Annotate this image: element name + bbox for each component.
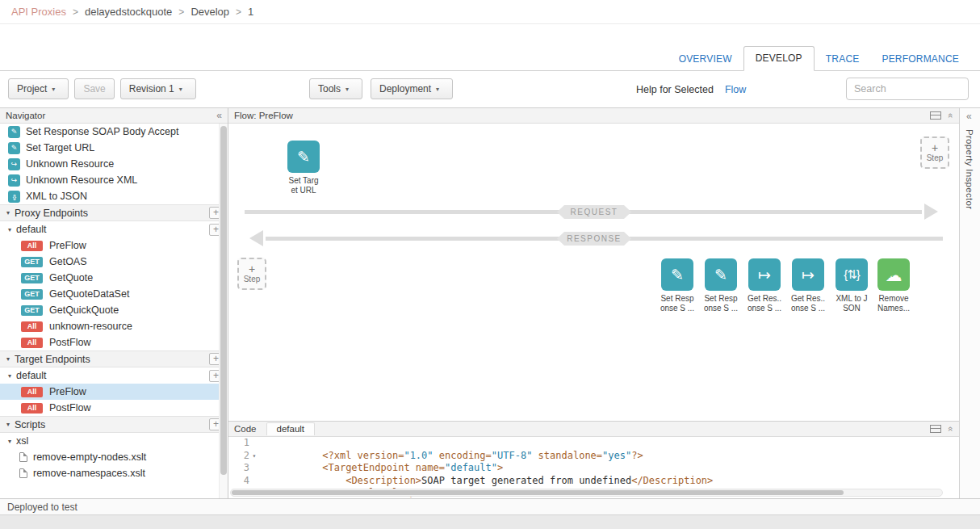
proxy-flow-getquotedataset[interactable]: GET GetQuoteDataSet: [0, 286, 228, 302]
section-title: Scripts: [15, 419, 45, 430]
proxy-flow-preflow[interactable]: All PreFlow: [0, 237, 228, 254]
breadcrumb-item-revision: 1: [248, 6, 253, 18]
flow-step-set-response-2[interactable]: ✎ Set Resp onse S ...: [698, 258, 743, 313]
save-label: Save: [83, 83, 105, 94]
tab-performance[interactable]: PERFORMANCE: [870, 48, 970, 71]
add-step-request-button[interactable]: + Step: [920, 136, 949, 169]
proxy-flow-unknown-resource[interactable]: All unknown-resource: [0, 318, 228, 334]
caret-down-icon: ▾: [6, 209, 10, 216]
code-tab-default[interactable]: default: [266, 422, 316, 435]
add-step-response-button[interactable]: + Step: [237, 258, 266, 290]
policy-item-unknown-resource[interactable]: ↪ Unknown Resource: [0, 156, 228, 172]
response-label-badge: RESPONSE: [557, 232, 631, 246]
response-arrow-icon: [249, 230, 263, 246]
add-step-label: Step: [927, 153, 944, 162]
target-endpoint-default[interactable]: ▾ default +: [0, 367, 228, 384]
flow-label: GetOAS: [49, 256, 87, 267]
tools-menu-button[interactable]: Tools ▾: [309, 78, 362, 99]
caret-down-icon: ▾: [8, 226, 11, 233]
breadcrumb-separator: >: [73, 6, 78, 18]
fold-toggle-icon[interactable]: ▾: [249, 450, 259, 463]
verb-badge-get: GET: [21, 257, 43, 267]
flow-step-xml-to-json[interactable]: {⇅} XML to J SON: [829, 258, 874, 313]
flow-label: GetQuickQuote: [49, 304, 119, 316]
line-number: 3: [228, 462, 249, 475]
main-tabs: OVERVIEW DEVELOP TRACE PERFORMANCE: [668, 46, 970, 71]
section-proxy-endpoints[interactable]: ▾ Proxy Endpoints +: [0, 204, 228, 221]
policy-item-xml-to-json[interactable]: {} XML to JSON: [0, 188, 228, 204]
flow-step-set-target-url[interactable]: ✎ Set Targ et URL: [281, 141, 326, 195]
section-title: Target Endpoints: [15, 354, 90, 365]
flow-step-get-response-2[interactable]: ↦ Get Res.. onse S ...: [785, 258, 831, 313]
toolbar: Project ▾ Save Revision 1 ▾ Tools ▾ Depl…: [0, 71, 980, 107]
help-for-selected-label: Help for Selected: [636, 84, 714, 95]
deployment-status-text: Deployed to test: [7, 502, 77, 513]
scrollbar-thumb[interactable]: [232, 490, 844, 495]
policy-label: Set Target URL: [26, 142, 94, 153]
proxy-flow-getquickquote[interactable]: GET GetQuickQuote: [0, 302, 228, 318]
flow-label: GetQuote: [49, 272, 93, 283]
flow-step-get-response-1[interactable]: ↦ Get Res.. onse S ...: [742, 258, 787, 313]
step-label-line: Set Resp: [698, 294, 743, 304]
navigator-panel: Navigator « ✎ Set Response SOAP Body Acc…: [0, 108, 228, 498]
target-flow-postflow[interactable]: All PostFlow: [0, 400, 228, 416]
step-label-line: onse S ...: [698, 304, 743, 313]
expand-property-inspector-icon[interactable]: «: [966, 111, 972, 122]
line-number: 2: [228, 450, 249, 463]
fold-toggle-icon[interactable]: [249, 437, 259, 450]
navigator-scrollbar[interactable]: [219, 124, 228, 498]
fold-toggle-icon[interactable]: [249, 475, 259, 488]
deployment-menu-button[interactable]: Deployment ▾: [371, 78, 453, 99]
cloud-check-icon: ☁ ✓: [877, 258, 910, 291]
fold-toggle-icon[interactable]: [249, 462, 259, 475]
verb-badge-all: All: [21, 338, 43, 348]
tab-overview[interactable]: OVERVIEW: [668, 48, 743, 71]
proxy-flow-getoas[interactable]: GET GetOAS: [0, 254, 228, 270]
scripts-group-xsl[interactable]: ▾ xsl: [0, 433, 228, 449]
pencil-icon: ✎: [705, 258, 737, 291]
flow-step-set-response-1[interactable]: ✎ Set Resp onse S ...: [655, 258, 700, 313]
flow-panel: Flow: PreFlow « ✎ Set Targ et URL + Step: [228, 108, 959, 421]
policy-item-set-response-soap-body-accept[interactable]: ✎ Set Response SOAP Body Accept: [0, 124, 228, 140]
search-input[interactable]: [846, 78, 969, 100]
proxy-endpoint-default[interactable]: ▾ default +: [0, 221, 228, 237]
save-button[interactable]: Save: [74, 78, 114, 99]
section-target-endpoints[interactable]: ▾ Target Endpoints +: [0, 351, 228, 367]
flow-step-remove-namespaces[interactable]: ☁ ✓ Remove Names...: [871, 258, 916, 313]
arrow-icon: ↪: [8, 158, 20, 170]
arrow-icon: ↦: [792, 258, 824, 291]
policy-item-set-target-url[interactable]: ✎ Set Target URL: [0, 140, 228, 156]
step-label-line: Names...: [871, 304, 916, 313]
file-icon: [19, 468, 27, 478]
verb-badge-all: All: [21, 241, 43, 251]
property-inspector-strip: « Property Inspector: [959, 108, 980, 498]
code-horizontal-scrollbar[interactable]: [230, 489, 943, 497]
section-scripts[interactable]: ▾ Scripts +: [0, 416, 228, 433]
breadcrumb-item-api-proxies[interactable]: API Proxies: [11, 6, 66, 18]
collapse-navigator-icon[interactable]: «: [216, 110, 222, 121]
script-file-remove-namespaces[interactable]: remove-namespaces.xslt: [0, 465, 228, 481]
verb-badge-all: All: [21, 403, 43, 414]
tab-trace[interactable]: TRACE: [815, 48, 871, 71]
endpoint-group-label: default: [16, 224, 47, 235]
proxy-flow-postflow[interactable]: All PostFlow: [0, 334, 228, 351]
scrollbar-thumb[interactable]: [220, 126, 227, 475]
pencil-icon: ✎: [8, 142, 20, 154]
code-editor[interactable]: 1 <?xml version="1.0" encoding="UTF-8" s…: [228, 437, 959, 499]
policy-item-unknown-resource-xml[interactable]: ↪ Unknown Resource XML: [0, 172, 228, 188]
tab-develop[interactable]: DEVELOP: [743, 46, 815, 71]
script-file-remove-empty-nodes[interactable]: remove-empty-nodes.xslt: [0, 449, 228, 465]
project-menu-button[interactable]: Project ▾: [8, 78, 69, 99]
revision-menu-button[interactable]: Revision 1 ▾: [120, 78, 196, 99]
split-view-icon[interactable]: [930, 425, 941, 433]
proxy-flow-getquote[interactable]: GET GetQuote: [0, 270, 228, 286]
split-view-icon[interactable]: [930, 111, 941, 120]
chevron-down-icon: ▾: [346, 86, 349, 93]
revision-label: Revision 1: [129, 83, 174, 94]
target-flow-preflow-selected[interactable]: All PreFlow: [0, 384, 228, 400]
collapse-code-panel-icon[interactable]: «: [946, 426, 956, 431]
help-flow-link[interactable]: Flow: [725, 84, 746, 95]
plus-icon: +: [932, 143, 938, 153]
code-header: Code default «: [228, 422, 959, 437]
collapse-flow-panel-icon[interactable]: «: [946, 113, 956, 118]
